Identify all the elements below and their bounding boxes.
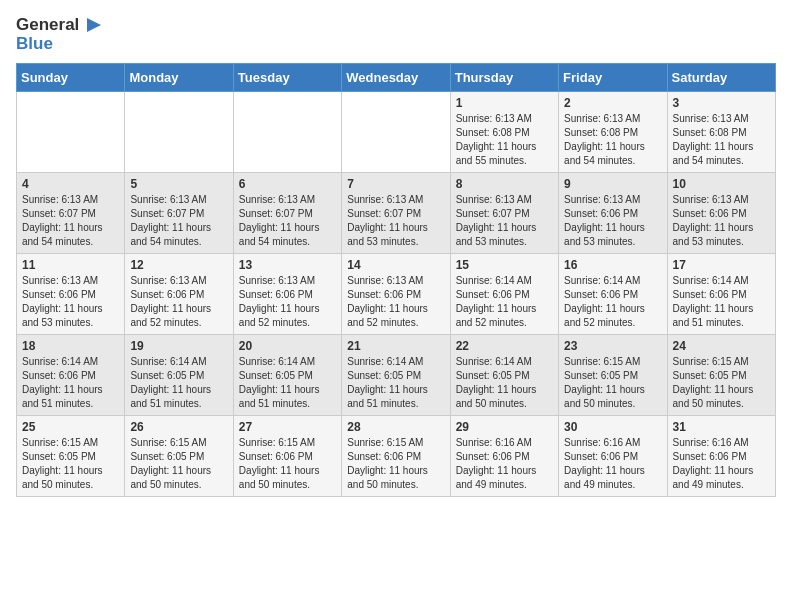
calendar-cell: 2 Sunrise: 6:13 AMSunset: 6:08 PMDayligh… [559, 92, 667, 173]
day-of-week-header: Wednesday [342, 64, 450, 92]
calendar-cell [125, 92, 233, 173]
day-info: Sunrise: 6:13 AMSunset: 6:07 PMDaylight:… [347, 194, 428, 247]
day-info: Sunrise: 6:13 AMSunset: 6:06 PMDaylight:… [239, 275, 320, 328]
day-info: Sunrise: 6:13 AMSunset: 6:06 PMDaylight:… [22, 275, 103, 328]
day-info: Sunrise: 6:14 AMSunset: 6:06 PMDaylight:… [673, 275, 754, 328]
calendar-cell: 3 Sunrise: 6:13 AMSunset: 6:08 PMDayligh… [667, 92, 775, 173]
day-of-week-header: Saturday [667, 64, 775, 92]
day-info: Sunrise: 6:13 AMSunset: 6:06 PMDaylight:… [564, 194, 645, 247]
day-number: 26 [130, 420, 227, 434]
calendar-cell: 31 Sunrise: 6:16 AMSunset: 6:06 PMDaylig… [667, 416, 775, 497]
day-number: 9 [564, 177, 661, 191]
day-number: 30 [564, 420, 661, 434]
day-info: Sunrise: 6:15 AMSunset: 6:05 PMDaylight:… [673, 356, 754, 409]
day-info: Sunrise: 6:15 AMSunset: 6:05 PMDaylight:… [130, 437, 211, 490]
day-number: 1 [456, 96, 553, 110]
day-number: 14 [347, 258, 444, 272]
day-number: 3 [673, 96, 770, 110]
logo-container: General Blue [16, 16, 103, 53]
day-info: Sunrise: 6:13 AMSunset: 6:08 PMDaylight:… [456, 113, 537, 166]
day-number: 16 [564, 258, 661, 272]
day-info: Sunrise: 6:16 AMSunset: 6:06 PMDaylight:… [564, 437, 645, 490]
day-info: Sunrise: 6:13 AMSunset: 6:07 PMDaylight:… [456, 194, 537, 247]
calendar-cell: 27 Sunrise: 6:15 AMSunset: 6:06 PMDaylig… [233, 416, 341, 497]
day-info: Sunrise: 6:13 AMSunset: 6:07 PMDaylight:… [239, 194, 320, 247]
day-of-week-header: Monday [125, 64, 233, 92]
calendar-cell: 19 Sunrise: 6:14 AMSunset: 6:05 PMDaylig… [125, 335, 233, 416]
page-header: General Blue [16, 16, 776, 53]
day-number: 10 [673, 177, 770, 191]
calendar-cell: 30 Sunrise: 6:16 AMSunset: 6:06 PMDaylig… [559, 416, 667, 497]
day-number: 19 [130, 339, 227, 353]
day-number: 5 [130, 177, 227, 191]
logo-general: General [16, 16, 79, 35]
day-info: Sunrise: 6:15 AMSunset: 6:05 PMDaylight:… [22, 437, 103, 490]
day-number: 25 [22, 420, 119, 434]
calendar-cell: 10 Sunrise: 6:13 AMSunset: 6:06 PMDaylig… [667, 173, 775, 254]
calendar-cell [233, 92, 341, 173]
day-number: 2 [564, 96, 661, 110]
calendar-cell: 11 Sunrise: 6:13 AMSunset: 6:06 PMDaylig… [17, 254, 125, 335]
day-number: 8 [456, 177, 553, 191]
calendar-cell: 29 Sunrise: 6:16 AMSunset: 6:06 PMDaylig… [450, 416, 558, 497]
day-number: 11 [22, 258, 119, 272]
calendar-cell: 22 Sunrise: 6:14 AMSunset: 6:05 PMDaylig… [450, 335, 558, 416]
day-info: Sunrise: 6:13 AMSunset: 6:07 PMDaylight:… [130, 194, 211, 247]
calendar-cell: 21 Sunrise: 6:14 AMSunset: 6:05 PMDaylig… [342, 335, 450, 416]
day-number: 4 [22, 177, 119, 191]
day-number: 18 [22, 339, 119, 353]
calendar-cell: 1 Sunrise: 6:13 AMSunset: 6:08 PMDayligh… [450, 92, 558, 173]
calendar-cell: 8 Sunrise: 6:13 AMSunset: 6:07 PMDayligh… [450, 173, 558, 254]
calendar-cell: 17 Sunrise: 6:14 AMSunset: 6:06 PMDaylig… [667, 254, 775, 335]
logo-blue: Blue [16, 35, 53, 54]
calendar-cell: 15 Sunrise: 6:14 AMSunset: 6:06 PMDaylig… [450, 254, 558, 335]
day-info: Sunrise: 6:15 AMSunset: 6:06 PMDaylight:… [347, 437, 428, 490]
day-info: Sunrise: 6:13 AMSunset: 6:08 PMDaylight:… [564, 113, 645, 166]
day-number: 21 [347, 339, 444, 353]
day-info: Sunrise: 6:14 AMSunset: 6:05 PMDaylight:… [347, 356, 428, 409]
day-info: Sunrise: 6:16 AMSunset: 6:06 PMDaylight:… [673, 437, 754, 490]
day-info: Sunrise: 6:13 AMSunset: 6:08 PMDaylight:… [673, 113, 754, 166]
svg-marker-0 [87, 18, 101, 32]
day-number: 24 [673, 339, 770, 353]
calendar-cell: 20 Sunrise: 6:14 AMSunset: 6:05 PMDaylig… [233, 335, 341, 416]
day-of-week-header: Thursday [450, 64, 558, 92]
calendar-cell: 16 Sunrise: 6:14 AMSunset: 6:06 PMDaylig… [559, 254, 667, 335]
logo: General Blue [16, 16, 103, 53]
calendar-cell [342, 92, 450, 173]
day-number: 15 [456, 258, 553, 272]
day-info: Sunrise: 6:13 AMSunset: 6:06 PMDaylight:… [347, 275, 428, 328]
day-number: 31 [673, 420, 770, 434]
day-number: 17 [673, 258, 770, 272]
day-of-week-header: Tuesday [233, 64, 341, 92]
day-info: Sunrise: 6:14 AMSunset: 6:06 PMDaylight:… [22, 356, 103, 409]
day-of-week-header: Friday [559, 64, 667, 92]
logo-triangle-icon [81, 16, 103, 34]
calendar-cell: 4 Sunrise: 6:13 AMSunset: 6:07 PMDayligh… [17, 173, 125, 254]
day-info: Sunrise: 6:14 AMSunset: 6:05 PMDaylight:… [239, 356, 320, 409]
day-info: Sunrise: 6:14 AMSunset: 6:06 PMDaylight:… [456, 275, 537, 328]
calendar-cell: 23 Sunrise: 6:15 AMSunset: 6:05 PMDaylig… [559, 335, 667, 416]
day-info: Sunrise: 6:15 AMSunset: 6:05 PMDaylight:… [564, 356, 645, 409]
calendar-cell: 24 Sunrise: 6:15 AMSunset: 6:05 PMDaylig… [667, 335, 775, 416]
day-number: 7 [347, 177, 444, 191]
day-info: Sunrise: 6:13 AMSunset: 6:07 PMDaylight:… [22, 194, 103, 247]
calendar-cell [17, 92, 125, 173]
calendar-cell: 5 Sunrise: 6:13 AMSunset: 6:07 PMDayligh… [125, 173, 233, 254]
day-number: 13 [239, 258, 336, 272]
calendar-cell: 6 Sunrise: 6:13 AMSunset: 6:07 PMDayligh… [233, 173, 341, 254]
day-info: Sunrise: 6:16 AMSunset: 6:06 PMDaylight:… [456, 437, 537, 490]
calendar-table: SundayMondayTuesdayWednesdayThursdayFrid… [16, 63, 776, 497]
day-number: 27 [239, 420, 336, 434]
calendar-cell: 18 Sunrise: 6:14 AMSunset: 6:06 PMDaylig… [17, 335, 125, 416]
calendar-cell: 12 Sunrise: 6:13 AMSunset: 6:06 PMDaylig… [125, 254, 233, 335]
day-info: Sunrise: 6:14 AMSunset: 6:05 PMDaylight:… [456, 356, 537, 409]
calendar-cell: 7 Sunrise: 6:13 AMSunset: 6:07 PMDayligh… [342, 173, 450, 254]
calendar-cell: 28 Sunrise: 6:15 AMSunset: 6:06 PMDaylig… [342, 416, 450, 497]
day-info: Sunrise: 6:14 AMSunset: 6:05 PMDaylight:… [130, 356, 211, 409]
day-info: Sunrise: 6:14 AMSunset: 6:06 PMDaylight:… [564, 275, 645, 328]
day-number: 22 [456, 339, 553, 353]
day-info: Sunrise: 6:15 AMSunset: 6:06 PMDaylight:… [239, 437, 320, 490]
day-number: 20 [239, 339, 336, 353]
day-of-week-header: Sunday [17, 64, 125, 92]
